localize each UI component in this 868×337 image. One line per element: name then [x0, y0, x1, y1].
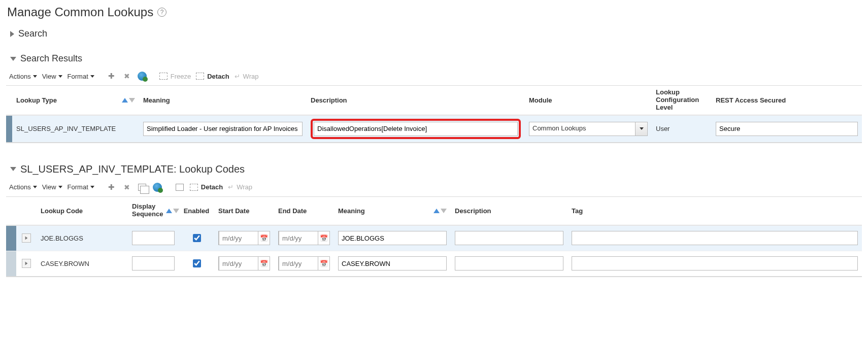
search-label: Search [18, 28, 47, 39]
col-config-level[interactable]: Lookup Configuration Level [652, 86, 712, 115]
lookup-types-table: Lookup Type Meaning Description Module L… [6, 85, 862, 143]
sort-desc-icon[interactable] [441, 209, 447, 213]
meaning-input[interactable] [338, 231, 447, 245]
col-description[interactable]: Description [451, 204, 567, 218]
delete-icon[interactable] [122, 182, 132, 192]
start-date-input[interactable] [219, 256, 258, 271]
detach-icon [190, 184, 198, 191]
col-end-date[interactable]: End Date [274, 204, 334, 218]
view-menu[interactable]: View [42, 73, 62, 80]
delete-icon[interactable] [122, 71, 132, 81]
sort-asc-icon[interactable] [433, 209, 440, 213]
actions-menu[interactable]: Actions [9, 73, 37, 80]
display-sequence-input[interactable] [132, 256, 175, 271]
caret-down-icon [90, 186, 94, 188]
chevron-down-icon [10, 57, 16, 61]
caret-down-icon [640, 127, 644, 130]
row-selector[interactable] [6, 226, 16, 251]
col-tag[interactable]: Tag [567, 204, 862, 218]
detach-button[interactable]: Detach [190, 183, 223, 191]
module-select[interactable]: Common Lookups [529, 122, 648, 136]
col-lookup-type[interactable]: Lookup Type [12, 93, 139, 107]
description-input[interactable] [455, 256, 563, 271]
chevron-right-icon [25, 237, 28, 240]
view-menu[interactable]: View [42, 183, 62, 191]
expand-row-button[interactable] [22, 233, 31, 243]
sort-asc-icon[interactable] [122, 98, 128, 103]
freeze-icon [159, 73, 168, 80]
calendar-icon[interactable]: 📅 [318, 231, 329, 245]
calendar-icon[interactable]: 📅 [258, 257, 270, 270]
col-start-date[interactable]: Start Date [214, 204, 274, 218]
codes-toolbar: Actions View Format Detach ↵ Wrap [6, 182, 862, 196]
lookup-codes-section-toggle[interactable]: SL_USERS_AP_INV_TEMPLATE: Lookup Codes [10, 163, 862, 175]
results-section-toggle[interactable]: Search Results [10, 53, 862, 64]
col-display-sequence[interactable]: Display Sequence [128, 200, 179, 221]
cell-config-level: User [652, 116, 712, 142]
description-input[interactable] [314, 122, 518, 136]
caret-down-icon [58, 75, 62, 78]
add-icon[interactable] [107, 71, 117, 81]
globe-add-icon[interactable] [152, 182, 162, 192]
page-title-text: Manage Common Lookups [7, 5, 153, 19]
enabled-checkbox[interactable] [193, 259, 201, 267]
tag-input[interactable] [572, 231, 858, 245]
page-title: Manage Common Lookups ? [7, 5, 862, 19]
description-input[interactable] [455, 231, 563, 245]
format-menu[interactable]: Format [68, 183, 94, 191]
globe-add-icon[interactable] [137, 71, 147, 81]
row-selector[interactable] [6, 251, 16, 276]
rest-access-input[interactable] [716, 122, 858, 136]
display-sequence-input[interactable] [132, 231, 175, 245]
chevron-right-icon [10, 31, 14, 37]
sort-desc-icon[interactable] [129, 98, 135, 103]
meaning-input[interactable] [143, 122, 303, 136]
caret-down-icon [58, 186, 62, 188]
calendar-icon[interactable]: 📅 [258, 231, 270, 245]
calendar-icon[interactable]: 📅 [318, 257, 329, 270]
actions-menu[interactable]: Actions [9, 183, 37, 191]
col-meaning[interactable]: Meaning [139, 93, 307, 107]
col-enabled[interactable]: Enabled [179, 204, 214, 218]
col-description[interactable]: Description [307, 93, 525, 107]
results-label: Search Results [20, 53, 82, 64]
table-row[interactable]: CASEY.BROWN 📅 📅 [6, 251, 862, 276]
add-icon[interactable] [107, 182, 117, 192]
start-date-field[interactable]: 📅 [218, 256, 270, 271]
end-date-input[interactable] [279, 256, 318, 271]
detach-button[interactable]: Detach [196, 73, 229, 80]
chevron-down-icon [10, 167, 16, 171]
col-module[interactable]: Module [525, 93, 652, 107]
meaning-input[interactable] [338, 256, 447, 271]
col-rest-access[interactable]: REST Access Secured [712, 93, 862, 107]
help-icon[interactable]: ? [157, 8, 166, 17]
start-date-input[interactable] [219, 231, 258, 245]
edit-row-icon[interactable] [175, 182, 185, 192]
end-date-field[interactable]: 📅 [278, 231, 330, 245]
format-menu[interactable]: Format [68, 73, 94, 80]
end-date-field[interactable]: 📅 [278, 256, 330, 271]
cell-lookup-code: CASEY.BROWN [37, 251, 128, 276]
freeze-button[interactable]: Freeze [159, 73, 191, 80]
wrap-button[interactable]: ↵ Wrap [228, 183, 252, 191]
lookup-codes-table: Lookup Code Display Sequence Enabled Sta… [6, 196, 862, 277]
start-date-field[interactable]: 📅 [218, 231, 270, 245]
row-selector[interactable] [6, 116, 12, 142]
enabled-checkbox[interactable] [193, 234, 201, 242]
search-section-toggle[interactable]: Search [10, 28, 862, 39]
sort-asc-icon[interactable] [166, 209, 172, 213]
expand-row-button[interactable] [22, 259, 31, 268]
detach-icon [196, 73, 204, 80]
cell-lookup-type: SL_USERS_AP_INV_TEMPLATE [12, 116, 139, 142]
end-date-input[interactable] [279, 231, 318, 245]
table-row[interactable]: JOE.BLOGGS 📅 📅 [6, 225, 862, 251]
col-lookup-code[interactable]: Lookup Code [37, 204, 128, 218]
caret-down-icon [33, 75, 37, 78]
chevron-right-icon [25, 262, 28, 265]
table-row[interactable]: SL_USERS_AP_INV_TEMPLATE Common Lookups … [6, 115, 862, 142]
tag-input[interactable] [572, 256, 858, 271]
col-meaning[interactable]: Meaning [334, 204, 451, 218]
duplicate-icon[interactable] [137, 182, 147, 192]
wrap-button[interactable]: ↵ Wrap [235, 73, 259, 80]
caret-down-icon [33, 186, 37, 188]
